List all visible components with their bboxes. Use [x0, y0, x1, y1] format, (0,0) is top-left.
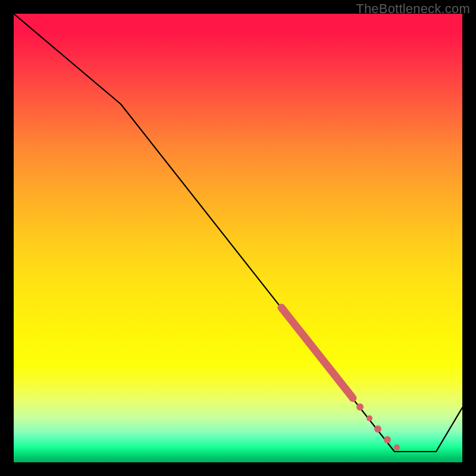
chart-frame: TheBottleneck.com — [0, 0, 476, 476]
sample-dot — [384, 436, 391, 443]
chart-svg — [14, 14, 462, 462]
plot-area — [14, 14, 462, 462]
sample-dot — [356, 403, 364, 411]
sample-segment — [281, 308, 353, 398]
sample-dot — [394, 444, 400, 450]
sample-dot — [374, 425, 381, 433]
sample-dots-group — [281, 308, 400, 450]
bottleneck-curve-line — [14, 14, 462, 452]
sample-dot — [367, 415, 372, 421]
watermark-text: TheBottleneck.com — [356, 1, 470, 17]
